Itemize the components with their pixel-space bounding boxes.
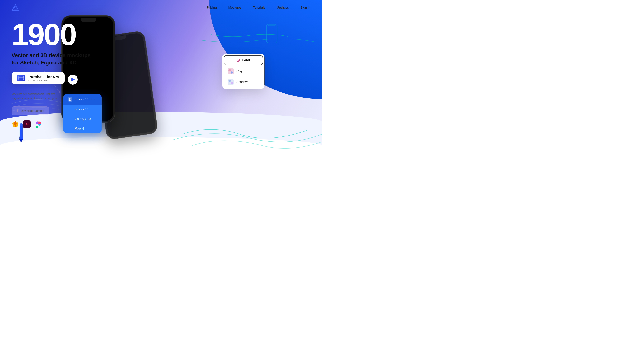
nav-link-pricing[interactable]: Pricing — [207, 6, 217, 9]
shadow-icon — [228, 79, 234, 85]
color-header[interactable]: Color — [224, 55, 263, 65]
logo[interactable] — [12, 4, 19, 11]
nav-link-signin[interactable]: Sign In — [300, 6, 310, 9]
device-item-iphone11pro[interactable]: iPhone 11 Pro — [63, 94, 102, 105]
svg-rect-26 — [268, 24, 275, 26]
svg-rect-8 — [22, 79, 23, 79]
download-icon: ⬇ — [16, 109, 19, 112]
device-item-galaxys10[interactable]: Galaxy S10 — [63, 114, 102, 124]
color-option-shadow[interactable]: Shadow — [224, 77, 263, 87]
nav-link-updates[interactable]: Updates — [277, 6, 289, 9]
svg-rect-6 — [18, 77, 24, 78]
svg-point-24 — [231, 82, 233, 84]
svg-rect-22 — [228, 79, 234, 85]
svg-point-21 — [231, 71, 233, 74]
color-option-clay[interactable]: Clay — [224, 66, 263, 77]
svg-rect-28 — [20, 123, 22, 126]
purchase-price: Purchase for $79 — [28, 75, 59, 79]
svg-rect-16 — [70, 98, 70, 98]
shadow-label: Shadow — [236, 80, 248, 84]
svg-point-20 — [228, 69, 231, 71]
device-label-pixel4: Pixel 4 — [75, 127, 84, 130]
clay-label: Clay — [236, 70, 242, 73]
device-label-iphone11: iPhone 11 — [75, 108, 88, 111]
play-button[interactable] — [68, 74, 78, 84]
nav-link-tutorials[interactable]: Tutorials — [253, 6, 265, 9]
color-panel: Color Clay Shadow — [222, 54, 264, 89]
device-label-galaxys10: Galaxy S10 — [75, 117, 91, 121]
play-icon — [71, 78, 75, 81]
purchase-text: Purchase for $79 LAUNCH PROMO — [28, 75, 59, 81]
nav-links: Pricing Mockups Tutorials Updates Sign I… — [207, 6, 310, 9]
deco-pen — [15, 122, 27, 145]
download-sample-button[interactable]: ⬇ Download Sample — [12, 106, 49, 115]
color-header-label: Color — [242, 58, 250, 62]
phone-button-power — [115, 42, 116, 54]
device-item-iphone11[interactable]: iPhone 11 — [63, 105, 102, 114]
svg-point-18 — [238, 60, 239, 61]
device-dropdown: iPhone 11 Pro iPhone 11 Galaxy S10 Pixel… — [63, 94, 102, 133]
device-item-pixel4[interactable]: Pixel 4 — [63, 124, 102, 133]
device-label-iphone11pro: iPhone 11 Pro — [75, 98, 94, 101]
purchase-button[interactable]: Purchase for $79 LAUNCH PROMO — [12, 72, 65, 84]
svg-rect-7 — [19, 79, 21, 79]
figma-icon — [34, 120, 42, 128]
hero-number: 1900 — [12, 19, 92, 50]
deco-phone-outline — [262, 23, 282, 54]
svg-point-23 — [228, 80, 231, 82]
svg-rect-25 — [266, 24, 277, 43]
logo-icon — [12, 4, 19, 11]
navbar: Pricing Mockups Tutorials Updates Sign I… — [0, 0, 322, 15]
cta-row: Purchase for $79 LAUNCH PROMO — [12, 72, 92, 87]
nav-link-mockups[interactable]: Mockups — [228, 6, 241, 9]
purchase-card-icon — [17, 75, 25, 81]
svg-rect-19 — [228, 68, 234, 74]
hero-tagline: Vector and 3D device mockups for Sketch,… — [12, 52, 92, 66]
device-icon-iphone11pro — [68, 97, 72, 102]
clay-icon — [228, 68, 234, 74]
download-label: Download Sample — [21, 109, 44, 112]
purchase-sub: LAUNCH PROMO — [28, 79, 48, 81]
color-brush-icon — [236, 58, 240, 62]
